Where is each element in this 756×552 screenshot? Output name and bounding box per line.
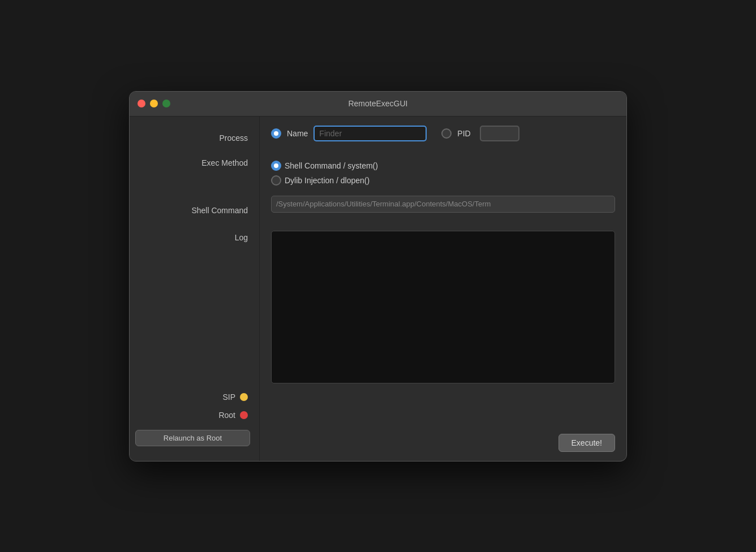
sip-label: SIP <box>222 393 235 402</box>
exec-method-label: Exec Method <box>201 158 248 167</box>
log-row <box>271 231 615 421</box>
execute-button[interactable]: Execute! <box>559 434 615 452</box>
name-input[interactable] <box>313 126 427 141</box>
log-label-row: Log <box>130 225 259 388</box>
shell-command-label: Shell Command <box>191 206 248 215</box>
app-window: RemoteExecGUI Process Exec Method Shell … <box>129 91 627 462</box>
left-panel: Process Exec Method Shell Command Log SI… <box>130 117 260 461</box>
log-label: Log <box>235 233 248 242</box>
shell-command-input[interactable] <box>271 196 615 213</box>
name-radio-label: Name <box>287 129 308 138</box>
main-layout: Process Exec Method Shell Command Log SI… <box>130 117 626 461</box>
root-label: Root <box>218 411 235 420</box>
zoom-button[interactable] <box>162 100 170 107</box>
root-indicator <box>240 411 248 419</box>
execute-section: Execute! <box>271 434 615 452</box>
process-label-row: Process <box>130 126 259 150</box>
dylib-injection-radio[interactable] <box>271 175 281 186</box>
right-panel: Name PID Shell Command / system() <box>260 117 626 461</box>
exec-method-options: Shell Command / system() Dylib Injection… <box>271 161 378 186</box>
name-radio[interactable] <box>271 128 281 139</box>
exec-method-row: Shell Command / system() Dylib Injection… <box>271 161 615 186</box>
traffic-lights <box>138 100 170 107</box>
close-button[interactable] <box>138 100 145 107</box>
process-label: Process <box>219 133 248 143</box>
shell-command-row <box>271 196 615 221</box>
pid-radio-label: PID <box>457 129 470 138</box>
relaunch-button[interactable]: Relaunch as Root <box>135 430 250 446</box>
root-status-row: Root <box>130 406 259 424</box>
window-title: RemoteExecGUI <box>348 99 407 108</box>
titlebar: RemoteExecGUI <box>130 92 626 117</box>
shell-command-option-label: Shell Command / system() <box>285 161 378 170</box>
log-textarea[interactable] <box>271 231 615 383</box>
pid-input[interactable] <box>480 126 519 141</box>
process-controls: Name PID <box>271 126 519 141</box>
shell-command-option: Shell Command / system() <box>271 161 378 171</box>
sip-indicator <box>240 393 248 401</box>
exec-method-label-row: Exec Method <box>130 150 259 196</box>
shell-command-label-row: Shell Command <box>130 196 259 225</box>
process-row: Name PID <box>271 126 615 150</box>
shell-command-radio[interactable] <box>271 161 281 171</box>
pid-radio[interactable] <box>441 128 452 139</box>
minimize-button[interactable] <box>150 100 158 107</box>
dylib-injection-option: Dylib Injection / dlopen() <box>271 175 378 186</box>
dylib-injection-option-label: Dylib Injection / dlopen() <box>285 176 370 185</box>
sip-status-row: SIP <box>130 388 259 406</box>
